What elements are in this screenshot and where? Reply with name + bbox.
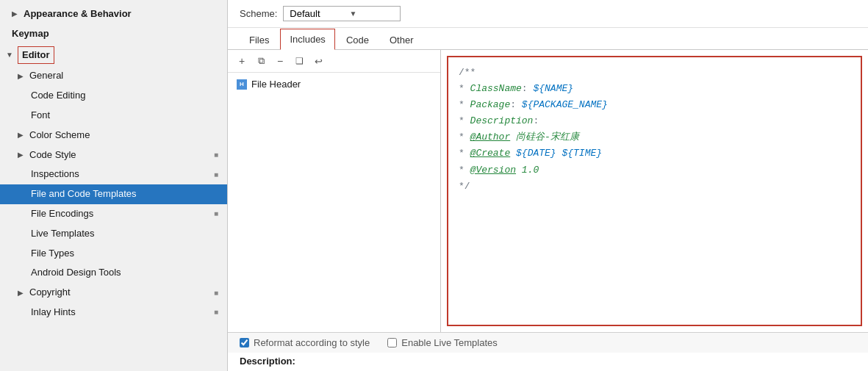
- expand-general-icon: ▶: [18, 71, 26, 82]
- expand-copyright-icon: ▶: [18, 287, 26, 299]
- bottom-bar: Reformat according to style Enable Live …: [228, 332, 868, 353]
- sidebar-item-inspections[interactable]: Inspections ■: [0, 165, 227, 184]
- expand-icon: ▶: [12, 8, 21, 20]
- sidebar-item-general[interactable]: ▶ General: [0, 66, 227, 86]
- tab-files[interactable]: Files: [240, 29, 279, 50]
- sidebar-item-file-types[interactable]: File Types: [0, 244, 227, 264]
- tab-other[interactable]: Other: [380, 29, 423, 50]
- right-panel: Scheme: Default ▼ Files Includes Code Ot…: [228, 0, 868, 371]
- sidebar-item-editor[interactable]: ▼ Editor: [0, 44, 227, 67]
- expand-color-scheme-icon: ▶: [18, 129, 26, 141]
- sidebar-item-copyright[interactable]: ▶ Copyright ■: [0, 283, 227, 303]
- duplicate-button[interactable]: ❑: [291, 53, 307, 69]
- scheme-dropdown[interactable]: Default ▼: [283, 6, 401, 21]
- sidebar-item-color-scheme[interactable]: ▶ Color Scheme: [0, 126, 227, 145]
- copy-button[interactable]: ⧉: [253, 53, 269, 69]
- sidebar: ▶ Appearance & Behavior Keymap ▼ Editor …: [0, 0, 228, 371]
- live-templates-checkbox-row[interactable]: Enable Live Templates: [387, 337, 498, 348]
- main-container: ▶ Appearance & Behavior Keymap ▼ Editor …: [0, 0, 868, 371]
- code-line-1: /**: [459, 65, 850, 81]
- remove-button[interactable]: −: [272, 53, 288, 69]
- file-list-panel: + ⧉ − ❑ ↩ H: [228, 50, 441, 332]
- sidebar-item-font[interactable]: Font: [0, 106, 227, 126]
- description-row: Description:: [228, 353, 868, 371]
- revert-button[interactable]: ↩: [310, 53, 326, 69]
- inlay-hints-settings-icon: ■: [211, 306, 221, 318]
- file-header-icon: H: [237, 79, 247, 90]
- code-line-7: * @Version 1.0: [459, 162, 850, 179]
- sidebar-item-file-code-templates[interactable]: File and Code Templates: [0, 184, 227, 204]
- reformat-label: Reformat according to style: [254, 337, 370, 348]
- reformat-checkbox-row[interactable]: Reformat according to style: [240, 337, 370, 348]
- sidebar-item-android-design-tools[interactable]: Android Design Tools: [0, 263, 227, 283]
- expand-editor-icon: ▼: [6, 49, 15, 61]
- content-area: + ⧉ − ❑ ↩ H: [228, 50, 868, 332]
- sidebar-item-live-templates[interactable]: Live Templates: [0, 224, 227, 244]
- scheme-value: Default: [290, 8, 320, 19]
- copyright-settings-icon: ■: [211, 287, 221, 299]
- code-line-3: * Package: ${PACKAGE_NAME}: [459, 97, 850, 113]
- tab-code[interactable]: Code: [337, 29, 379, 50]
- live-templates-checkbox[interactable]: [387, 338, 397, 347]
- file-list: H File Header: [228, 73, 440, 332]
- sidebar-item-inlay-hints[interactable]: Inlay Hints ■: [0, 303, 227, 323]
- live-templates-label: Enable Live Templates: [401, 337, 498, 348]
- sidebar-item-file-encodings[interactable]: File Encodings ■: [0, 204, 227, 224]
- code-line-2: * ClassName: ${NAME}: [459, 81, 850, 97]
- expand-code-style-icon: ▶: [18, 149, 26, 161]
- code-line-6: * @Create ${DATE} ${TIME}: [459, 145, 850, 162]
- code-line-4: * Description:: [459, 113, 850, 129]
- inspections-settings-icon: ■: [211, 169, 221, 181]
- editor-label: Editor: [18, 46, 54, 65]
- code-editor-panel[interactable]: /** * ClassName: ${NAME} * Package: ${PA…: [447, 56, 862, 326]
- sidebar-item-keymap[interactable]: Keymap: [0, 24, 227, 44]
- sidebar-item-code-editing[interactable]: Code Editing: [0, 86, 227, 106]
- code-style-settings-icon: ■: [211, 149, 221, 161]
- add-button[interactable]: +: [234, 53, 250, 69]
- file-encodings-settings-icon: ■: [211, 208, 221, 220]
- file-item-file-header[interactable]: H File Header: [228, 76, 440, 93]
- reformat-checkbox[interactable]: [240, 338, 249, 347]
- scheme-label: Scheme:: [240, 8, 277, 19]
- tabs-row: Files Includes Code Other: [228, 28, 868, 50]
- sidebar-item-appearance-behavior[interactable]: ▶ Appearance & Behavior: [0, 4, 227, 24]
- code-line-5: * @Author 尚硅谷-宋红康: [459, 129, 850, 145]
- tab-includes[interactable]: Includes: [280, 29, 334, 50]
- scheme-row: Scheme: Default ▼: [228, 0, 868, 28]
- toolbar-row: + ⧉ − ❑ ↩: [228, 50, 440, 73]
- code-line-8: */: [459, 179, 850, 195]
- scheme-dropdown-arrow: ▼: [350, 10, 357, 18]
- sidebar-item-code-style[interactable]: ▶ Code Style ■: [0, 145, 227, 165]
